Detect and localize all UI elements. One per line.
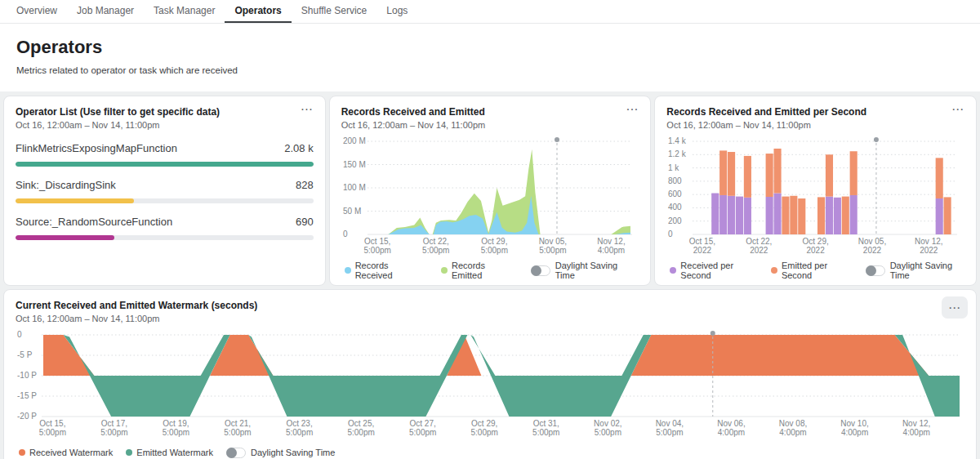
toggle-knob-icon [531, 265, 541, 276]
svg-text:150 M: 150 M [343, 160, 366, 169]
bar-chart-canvas: 02004006008001 k1.2 k1.4 kOct 15,2022Oct… [666, 133, 962, 257]
svg-text:400: 400 [668, 203, 682, 212]
svg-text:Oct 29,5:00pm: Oct 29,5:00pm [471, 419, 498, 437]
records-area-chart: 050 M100 M150 M200 MOct 15,5:00pmOct 22,… [341, 133, 639, 261]
more-options-icon[interactable]: ⋯ [297, 101, 317, 117]
card-date-range: Oct 16, 12:00am – Nov 14, 11:00pm [16, 314, 964, 323]
svg-text:Oct 29,2022: Oct 29,2022 [803, 237, 829, 255]
svg-text:Oct 17,5:00pm: Oct 17,5:00pm [100, 419, 127, 437]
svg-text:Nov 05,5:00pm: Nov 05,5:00pm [538, 237, 566, 255]
operator-row[interactable]: Source:_RandomSourceFunction690 [16, 216, 314, 240]
legend-item[interactable]: Received Watermark [19, 448, 113, 457]
svg-text:1 k: 1 k [668, 163, 679, 172]
dst-toggle-label: Daylight Saving Time [251, 448, 335, 457]
dst-marker-dot [710, 331, 715, 336]
records-per-second-card: Records Received and Emitted per Second … [654, 96, 977, 286]
legend-dot-icon [345, 267, 351, 274]
legend-label: Emitted per Second [782, 261, 853, 280]
operator-list: FlinkMetricsExposingMapFunction2.08 kSin… [16, 142, 314, 240]
svg-text:Oct 25,5:00pm: Oct 25,5:00pm [347, 419, 374, 437]
legend-item[interactable]: Emitted per Second [771, 261, 853, 280]
page-subtitle: Metrics related to operator or task whic… [16, 65, 964, 75]
operator-bar-track [16, 235, 314, 240]
svg-text:1.2 k: 1.2 k [668, 149, 687, 158]
card-date-range: Oct 16, 12:00am – Nov 14, 11:00pm [341, 120, 639, 130]
svg-text:-15 P: -15 P [17, 391, 37, 400]
operators-dashboard-page: OverviewJob ManagerTask ManagerOperators… [0, 0, 980, 459]
tab-overview[interactable]: Overview [7, 0, 67, 23]
dst-toggle-label: Daylight Saving Time [890, 261, 964, 280]
svg-text:-5 P: -5 P [17, 350, 33, 359]
svg-text:Oct 29,5:00pm: Oct 29,5:00pm [480, 237, 507, 255]
legend-item[interactable]: Emitted Watermark [126, 448, 213, 457]
svg-text:Nov 04,5:00pm: Nov 04,5:00pm [656, 419, 684, 437]
legend-label: Records Received [355, 261, 428, 280]
legend-label: Received Watermark [29, 448, 113, 457]
svg-text:800: 800 [668, 176, 682, 185]
operator-bar-track [16, 162, 314, 167]
card-title: Records Received and Emitted [341, 106, 639, 118]
svg-text:-20 P: -20 P [17, 412, 37, 421]
watermark-chart-canvas: 0-5 P-10 P-15 P-20 POct 15,5:00pmOct 17,… [16, 327, 964, 439]
operator-row[interactable]: Sink:_DiscardingSink828 [16, 179, 314, 203]
dst-marker-dot [874, 137, 879, 142]
tab-task-manager[interactable]: Task Manager [144, 0, 225, 23]
svg-text:Oct 23,5:00pm: Oct 23,5:00pm [286, 419, 313, 437]
legend-label: Emitted Watermark [136, 448, 213, 457]
svg-text:Oct 22,5:00pm: Oct 22,5:00pm [422, 237, 449, 255]
svg-text:200: 200 [668, 216, 682, 225]
svg-text:Oct 31,5:00pm: Oct 31,5:00pm [532, 419, 559, 437]
dst-toggle-wrap: Daylight Saving Time [531, 261, 639, 280]
toggle-knob-icon [866, 265, 876, 276]
dst-toggle[interactable] [866, 265, 885, 276]
card-date-range: Oct 16, 12:00am – Nov 14, 11:00pm [666, 120, 964, 130]
operator-name: Source:_RandomSourceFunction [16, 216, 172, 228]
svg-text:Nov 12,4:00pm: Nov 12,4:00pm [597, 237, 625, 255]
svg-text:600: 600 [668, 189, 682, 198]
svg-text:Oct 22,2022: Oct 22,2022 [746, 237, 772, 255]
legend-item[interactable]: Records Received [345, 261, 428, 280]
svg-text:-10 P: -10 P [17, 371, 37, 380]
tab-job-manager[interactable]: Job Manager [67, 0, 144, 23]
operator-value: 828 [296, 179, 314, 191]
tab-bar: OverviewJob ManagerTask ManagerOperators… [0, 0, 980, 24]
legend-dot-icon [19, 449, 25, 456]
dst-toggle[interactable] [226, 448, 246, 458]
svg-text:Oct 19,5:00pm: Oct 19,5:00pm [163, 419, 189, 437]
tab-shuffle-service[interactable]: Shuffle Service [292, 0, 377, 23]
svg-text:1.4 k: 1.4 k [668, 136, 687, 145]
more-options-button[interactable]: ⋯ [942, 296, 968, 319]
operator-value: 2.08 k [284, 142, 313, 154]
records-bar-chart: 02004006008001 k1.2 k1.4 kOct 15,2022Oct… [666, 133, 964, 261]
svg-text:0: 0 [668, 230, 673, 238]
card-title: Operator List (Use filter to get specifi… [16, 106, 314, 118]
svg-text:50 M: 50 M [343, 207, 361, 216]
svg-text:Nov 02,5:00pm: Nov 02,5:00pm [594, 419, 621, 437]
top-cards-row: Operator List (Use filter to get specifi… [0, 91, 980, 286]
legend-item[interactable]: Received per Second [670, 261, 758, 280]
watermark-area-chart: 0-5 P-10 P-15 P-20 POct 15,5:00pmOct 17,… [16, 327, 964, 443]
bottom-card-row: Current Received and Emitted Watermark (… [0, 286, 980, 459]
legend-item[interactable]: Records Emitted [441, 261, 518, 280]
svg-text:Nov 05,2022: Nov 05,2022 [858, 237, 886, 255]
legend-dot-icon [441, 267, 448, 274]
tab-operators[interactable]: Operators [225, 0, 291, 23]
page-title: Operators [16, 37, 964, 58]
card-title: Records Received and Emitted per Second [666, 106, 964, 118]
dst-toggle-wrap: Daylight Saving Time [866, 261, 964, 280]
more-options-icon[interactable]: ⋯ [622, 101, 642, 117]
operator-list-card: Operator List (Use filter to get specifi… [3, 96, 326, 286]
more-options-icon[interactable]: ⋯ [948, 101, 968, 117]
operator-name: Sink:_DiscardingSink [16, 179, 116, 191]
card-title: Current Received and Emitted Watermark (… [16, 300, 964, 312]
legend-label: Records Emitted [452, 261, 518, 280]
svg-text:Oct 27,5:00pm: Oct 27,5:00pm [409, 419, 436, 437]
operator-row[interactable]: FlinkMetricsExposingMapFunction2.08 k [16, 142, 314, 167]
page-header: Operators Metrics related to operator or… [0, 24, 980, 91]
dst-toggle[interactable] [531, 265, 550, 276]
svg-text:Nov 12,4:00pm: Nov 12,4:00pm [902, 419, 930, 437]
operator-bar-fill [16, 162, 314, 167]
operator-bar-fill [16, 235, 114, 240]
legend-dot-icon [126, 449, 132, 456]
tab-logs[interactable]: Logs [376, 0, 417, 23]
